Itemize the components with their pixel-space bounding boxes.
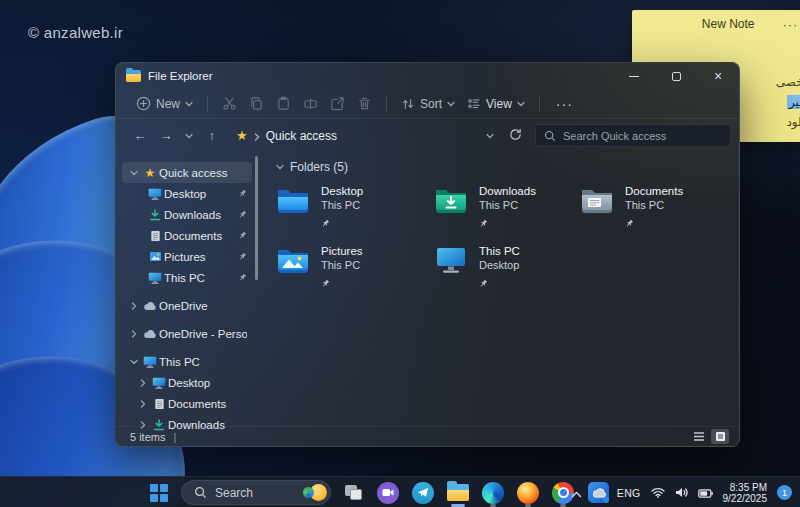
titlebar[interactable]: File Explorer × xyxy=(116,63,739,89)
copy-button[interactable] xyxy=(243,92,270,115)
video-chat-app-button[interactable] xyxy=(375,480,401,506)
minimize-button[interactable] xyxy=(613,63,655,89)
search-icon xyxy=(544,130,556,142)
view-button[interactable]: View xyxy=(461,93,531,115)
folder-tile-documents[interactable]: Documents This PC xyxy=(580,184,739,232)
paste-button[interactable] xyxy=(270,92,297,115)
new-button[interactable]: New xyxy=(130,92,199,115)
firefox-button[interactable] xyxy=(515,480,541,506)
delete-button[interactable] xyxy=(351,92,378,115)
address-dropdown-button[interactable] xyxy=(481,124,499,148)
pin-icon xyxy=(321,274,363,292)
folder-tile-desktop[interactable]: Desktop This PC xyxy=(276,184,434,232)
rename-button[interactable] xyxy=(297,92,324,115)
separator xyxy=(207,96,208,112)
clock[interactable]: 8:35 PM 9/22/2025 xyxy=(723,482,768,504)
telegram-button[interactable] xyxy=(410,480,436,506)
maximize-button[interactable] xyxy=(655,63,697,89)
share-icon xyxy=(330,96,345,111)
search-box[interactable] xyxy=(535,124,731,147)
refresh-button[interactable] xyxy=(503,124,527,148)
breadcrumb-location[interactable]: Quick access xyxy=(266,129,337,143)
sidebar-item-documents[interactable]: Documents xyxy=(122,225,252,246)
folder-documents-icon xyxy=(580,184,616,214)
volume-icon[interactable] xyxy=(675,484,688,502)
recent-locations-button[interactable] xyxy=(180,124,198,148)
clipboard-icon xyxy=(276,96,291,111)
windows-logo-icon xyxy=(150,484,168,502)
file-explorer-taskbar-button[interactable] xyxy=(445,480,471,506)
firefox-icon xyxy=(517,482,539,504)
sidebar-item-desktop[interactable]: Desktop xyxy=(122,183,252,204)
cloud-icon xyxy=(141,329,159,339)
group-header-folders[interactable]: Folders (5) xyxy=(276,160,739,174)
sidebar-item-onedrive-personal[interactable]: OneDrive - Personal xyxy=(122,323,252,344)
up-button[interactable]: ↑ xyxy=(200,124,224,148)
hidden-icons-button[interactable] xyxy=(571,484,582,502)
chevron-right-icon[interactable] xyxy=(127,302,141,310)
sort-button[interactable]: Sort xyxy=(395,93,461,115)
scissors-icon xyxy=(222,96,237,111)
view-list-icon xyxy=(467,97,481,111)
pin-icon xyxy=(238,251,247,263)
chevron-down-icon xyxy=(276,164,284,170)
onedrive-tray-icon[interactable] xyxy=(592,484,607,502)
close-button[interactable]: × xyxy=(697,63,739,89)
item-count: 5 items xyxy=(130,431,165,443)
sidebar-item-pc-desktop[interactable]: Desktop xyxy=(122,372,252,393)
sidebar-item-pc-documents[interactable]: Documents xyxy=(122,393,252,414)
chevron-right-icon xyxy=(254,127,260,145)
video-chat-icon xyxy=(377,482,399,504)
taskbar-search[interactable]: Search xyxy=(181,480,331,505)
folder-tile-downloads[interactable]: Downloads This PC xyxy=(434,184,580,232)
chevron-down-icon[interactable] xyxy=(127,170,141,176)
pin-icon xyxy=(238,230,247,242)
folder-tile-pictures[interactable]: Pictures This PC xyxy=(276,244,434,292)
chevron-right-icon[interactable] xyxy=(136,400,150,408)
icons-view-button[interactable] xyxy=(711,429,729,444)
pin-icon xyxy=(238,188,247,200)
shortcut-tile-this-pc[interactable]: This PC Desktop xyxy=(434,244,580,292)
chevron-right-icon[interactable] xyxy=(136,379,150,387)
chevron-down-icon xyxy=(517,101,525,107)
sidebar-item-onedrive[interactable]: OneDrive xyxy=(122,295,252,316)
sidebar-item-this-pc[interactable]: This PC xyxy=(122,267,252,288)
back-button[interactable]: ← xyxy=(128,124,152,148)
task-view-button[interactable] xyxy=(340,480,366,506)
pin-icon xyxy=(479,274,520,292)
sidebar-item-downloads[interactable]: Downloads xyxy=(122,204,252,225)
refresh-icon xyxy=(509,128,522,141)
share-button[interactable] xyxy=(324,92,351,115)
forward-button[interactable]: → xyxy=(154,124,178,148)
notification-badge[interactable]: 1 xyxy=(777,485,792,500)
see-more-icon[interactable]: ··· xyxy=(548,96,581,112)
this-pc-icon xyxy=(141,356,159,368)
sidebar-item-this-pc-tree[interactable]: This PC xyxy=(122,351,252,372)
status-bar: 5 items | xyxy=(116,426,739,446)
start-button[interactable] xyxy=(146,480,172,506)
sidebar-item-pictures[interactable]: Pictures xyxy=(122,246,252,267)
taskbar: Search xyxy=(0,476,800,507)
details-view-button[interactable] xyxy=(690,429,708,444)
language-indicator[interactable]: ENG xyxy=(617,487,641,499)
wifi-icon[interactable] xyxy=(651,484,665,502)
quick-access-star-icon: ★ xyxy=(236,128,248,143)
folder-desktop-icon xyxy=(276,184,312,214)
command-bar: New Sort View ··· xyxy=(116,89,739,119)
sidebar-scrollbar[interactable] xyxy=(255,156,258,280)
chevron-down-icon[interactable] xyxy=(127,359,141,365)
weather-widget-icon[interactable] xyxy=(303,484,327,501)
search-input[interactable] xyxy=(563,130,703,142)
maximize-icon xyxy=(672,72,681,81)
document-icon xyxy=(150,398,168,410)
note-menu-icon[interactable]: ··· xyxy=(782,17,798,32)
chevron-right-icon[interactable] xyxy=(127,330,141,338)
desktop: © anzalweb.ir New Note ··· × شخصی تغییر … xyxy=(0,0,800,507)
edge-button[interactable] xyxy=(480,480,506,506)
battery-icon[interactable] xyxy=(698,484,713,502)
breadcrumb[interactable]: ★ Quick access xyxy=(226,127,479,145)
sort-arrows-icon xyxy=(401,97,415,111)
sidebar-item-quick-access[interactable]: ★ Quick access xyxy=(122,162,252,183)
cut-button[interactable] xyxy=(216,92,243,115)
trash-icon xyxy=(357,96,372,111)
